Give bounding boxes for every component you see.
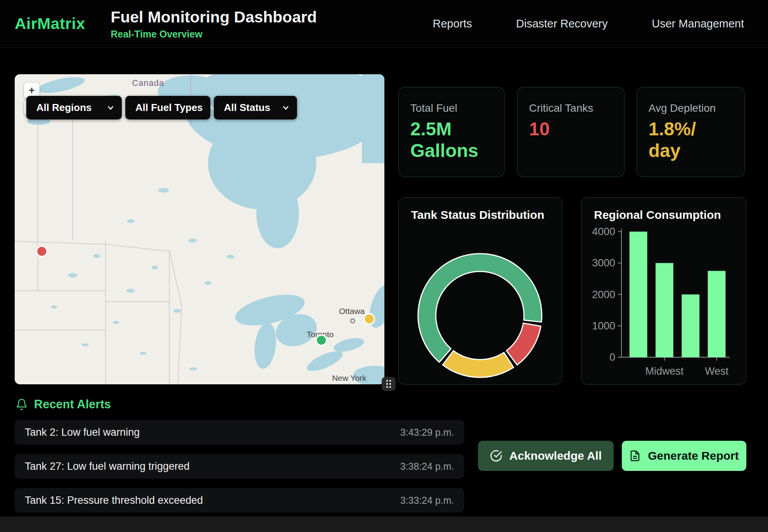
- report-document-icon: [629, 450, 641, 462]
- recent-alerts-title: Recent Alerts: [34, 397, 111, 411]
- tank-status-card: Tank Status Distribution: [398, 197, 562, 385]
- svg-text:Midwest: Midwest: [645, 365, 684, 377]
- map-town-dot-ottawa: [351, 319, 355, 323]
- stat-value: 2.5M Gallons: [410, 118, 504, 161]
- recent-alerts-header: Recent Alerts: [15, 397, 111, 411]
- stat-card-avg-depletion: Avg Depletion 1.8%/ day: [637, 87, 745, 177]
- brand-logo: AirMatrix: [15, 15, 85, 33]
- stat-label: Avg Depletion: [649, 102, 744, 114]
- stat-label: Critical Tanks: [529, 102, 624, 114]
- generate-report-button[interactable]: Generate Report: [622, 441, 746, 471]
- regional-consumption-bar-chart: 01000200030004000MidwestWest: [585, 220, 743, 382]
- status-filter-value: All Status: [224, 102, 270, 114]
- bell-icon: [15, 398, 28, 411]
- check-circle-icon: [490, 450, 502, 462]
- region-filter-select[interactable]: All Regions: [26, 96, 122, 119]
- map-label-ottawa: Ottawa: [339, 307, 365, 315]
- svg-text:3000: 3000: [592, 257, 615, 269]
- stat-card-total-fuel: Total Fuel 2.5M Gallons: [398, 87, 505, 177]
- tank-status-donut-chart: [399, 222, 563, 384]
- svg-text:4000: 4000: [592, 226, 615, 237]
- panel-drag-handle[interactable]: [382, 377, 396, 391]
- footer-bar: [0, 517, 768, 532]
- alert-text: Tank 15: Pressure threshold exceeded: [25, 488, 203, 513]
- map-canvas: Canada Ottawa Toronto New York: [15, 74, 384, 384]
- nav-item-disaster-recovery[interactable]: Disaster Recovery: [516, 17, 608, 30]
- tank-marker-warning[interactable]: [364, 314, 375, 324]
- fuel-type-filter-value: All Fuel Types: [135, 102, 203, 114]
- map-label-newyork: New York: [332, 373, 367, 382]
- bar-chart-title: Regional Consumption: [594, 208, 746, 222]
- grip-dots-icon: [385, 379, 393, 389]
- stat-label: Total Fuel: [410, 102, 504, 114]
- page-title: Fuel Monitoring Dashboard: [111, 8, 317, 26]
- alert-text: Tank 2: Low fuel warning: [25, 420, 140, 445]
- chevron-down-icon: [282, 104, 290, 112]
- alert-timestamp: 3:38:24 p.m.: [400, 454, 454, 479]
- nav-item-reports[interactable]: Reports: [433, 17, 472, 30]
- page-title-block: Fuel Monitoring Dashboard Real-Time Over…: [111, 8, 317, 40]
- fuel-map[interactable]: Canada Ottawa Toronto New York + All Reg…: [15, 74, 384, 384]
- svg-text:2000: 2000: [592, 289, 615, 300]
- svg-text:0: 0: [609, 351, 615, 363]
- alert-timestamp: 3:33:24 p.m.: [400, 488, 454, 513]
- acknowledge-all-button[interactable]: Acknowledge All: [478, 441, 614, 471]
- alert-row: Tank 27: Low fuel warning triggered 3:38…: [15, 454, 464, 479]
- donut-chart-title: Tank Status Distribution: [411, 208, 562, 222]
- alert-row: Tank 15: Pressure threshold exceeded 3:3…: [15, 488, 464, 513]
- alert-text: Tank 27: Low fuel warning triggered: [25, 454, 189, 479]
- page-subtitle: Real-Time Overview: [111, 29, 317, 40]
- chevron-down-icon: [106, 104, 115, 112]
- tank-marker-critical[interactable]: [37, 246, 47, 257]
- map-label-canada: Canada: [132, 78, 164, 88]
- plus-icon: +: [29, 85, 35, 97]
- status-filter-select[interactable]: All Status: [214, 96, 297, 119]
- svg-text:1000: 1000: [592, 320, 615, 332]
- region-filter-value: All Regions: [36, 102, 92, 114]
- regional-consumption-card: Regional Consumption 01000200030004000Mi…: [581, 197, 746, 385]
- stat-value: 1.8%/ day: [649, 118, 744, 161]
- header: AirMatrix Fuel Monitoring Dashboard Real…: [0, 0, 768, 48]
- alert-row: Tank 2: Low fuel warning 3:43:29 p.m.: [15, 420, 464, 445]
- tank-marker-operational[interactable]: [316, 335, 327, 346]
- svg-text:West: West: [705, 365, 729, 377]
- stat-value: 10: [529, 118, 624, 140]
- nav-item-user-management[interactable]: User Management: [652, 17, 744, 30]
- generate-report-label: Generate Report: [648, 449, 739, 462]
- acknowledge-all-label: Acknowledge All: [509, 449, 602, 462]
- main-nav: Reports Disaster Recovery User Managemen…: [433, 17, 768, 30]
- stat-card-critical-tanks: Critical Tanks 10: [517, 87, 625, 177]
- map-filter-bar: All Regions All Fuel Types All Status: [26, 96, 297, 119]
- fuel-type-filter-select[interactable]: All Fuel Types: [125, 96, 210, 119]
- alert-timestamp: 3:43:29 p.m.: [400, 420, 454, 445]
- dashboard-root: AirMatrix Fuel Monitoring Dashboard Real…: [0, 0, 768, 532]
